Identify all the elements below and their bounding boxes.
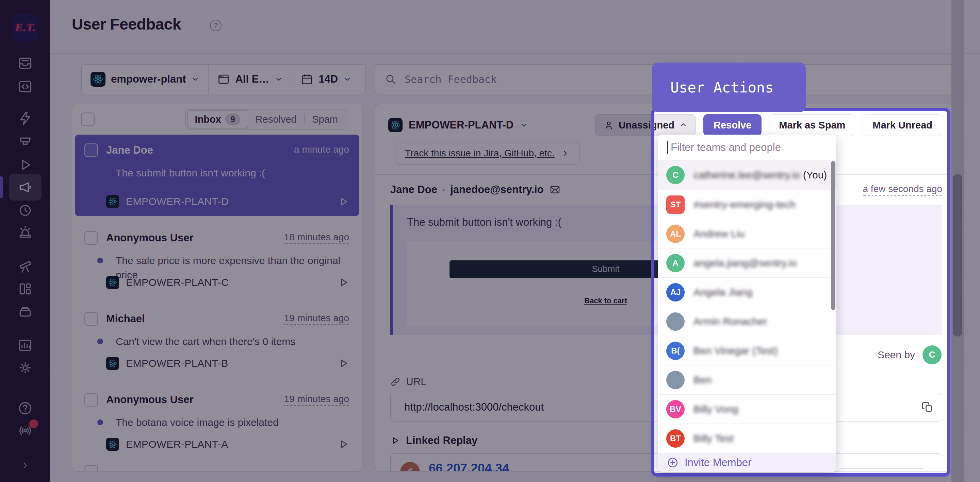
project-filter[interactable]: empower-plant [82, 65, 208, 94]
assignee-option-label: Armin Ronacher [694, 316, 767, 327]
assignee-option[interactable]: BBen [658, 365, 837, 394]
header-divider [50, 53, 980, 54]
avatar: AR [666, 312, 685, 331]
list-item[interactable]: Anonymous User 18 minutes ago The sale p… [75, 222, 360, 297]
sidebar-item-settings[interactable] [9, 355, 41, 381]
sidebar-item-quickstart[interactable] [9, 105, 41, 132]
unread-dot [97, 339, 103, 344]
sidebar: E.T. [0, 0, 50, 482]
avatar: B( [666, 342, 685, 360]
date-range-filter[interactable]: 14D [292, 65, 360, 94]
item-author: Jane Doe [106, 144, 153, 156]
item-checkbox[interactable] [84, 231, 98, 245]
assignee-option[interactable]: ALAndrew Liu [658, 219, 837, 248]
sidebar-item-explore[interactable] [9, 73, 41, 100]
assignee-option-label: #sentry-emerging-tech [694, 199, 795, 211]
unread-dot [97, 419, 103, 425]
assignee-button[interactable]: Unassigned [595, 114, 696, 136]
mark-unread-label: Mark Unread [872, 120, 932, 131]
replay-play-icon[interactable] [337, 358, 349, 369]
sidebar-collapse-button[interactable] [9, 452, 41, 479]
track-issue-button[interactable]: Track this issue in Jira, GitHub, etc. [395, 142, 579, 165]
see-full-replay-button[interactable]: See Full Replay [838, 468, 927, 472]
item-timestamp: 18 minutes ago [284, 232, 349, 244]
replay-play-icon[interactable] [337, 277, 349, 288]
archive-box-icon [18, 304, 33, 319]
detail-project-select[interactable]: EMPOWER-PLANT-D [388, 118, 528, 132]
text-caret [667, 141, 668, 154]
assignee-filter-input[interactable]: Filter teams and people [658, 135, 837, 160]
page-title: User Feedback [72, 15, 181, 33]
item-timestamp: 19 minutes ago [284, 394, 349, 406]
page-scrollbar-thumb[interactable] [953, 174, 962, 336]
mark-unread-button[interactable]: Mark Unread [862, 114, 942, 136]
help-icon [18, 401, 33, 416]
resolve-button[interactable]: Resolve [703, 114, 762, 136]
list-item[interactable]: Anonymous User 19 minutes ago The botana… [75, 384, 360, 459]
seen-by-avatar: C [923, 346, 942, 365]
assignee-option[interactable]: BTBilly Test [658, 423, 837, 453]
tab-inbox[interactable]: Inbox 9 [187, 111, 248, 128]
mark-as-spam-button[interactable]: Mark as Spam [769, 114, 855, 136]
assignee-option[interactable]: ST#sentry-emerging-tech [658, 190, 837, 219]
select-all-checkbox[interactable] [81, 113, 95, 126]
assignee-option[interactable]: ARArmin Ronacher [658, 307, 837, 336]
author-name: Jane Doe [390, 184, 437, 196]
tab-resolved[interactable]: Resolved [248, 111, 304, 128]
replay-play-icon[interactable] [337, 196, 349, 207]
org-logo[interactable]: E.T. [12, 14, 39, 41]
item-checkbox[interactable] [84, 393, 98, 406]
list-item[interactable]: Jane Doe a minute ago The submit button … [75, 135, 360, 216]
siren-icon [18, 225, 33, 239]
sidebar-item-feedback[interactable] [9, 174, 41, 201]
assignee-label: Unassigned [619, 120, 675, 131]
assignee-option[interactable]: B(Ben Vinegar (Test) [658, 336, 837, 365]
avatar: A [666, 254, 685, 272]
tab-spam[interactable]: Spam [305, 111, 345, 128]
sidebar-item-projects[interactable] [9, 298, 41, 325]
item-message: The botana voice image is pixelated [84, 415, 349, 430]
replay-play-icon[interactable] [337, 439, 349, 450]
code-icon [18, 79, 33, 94]
assignee-option-label: Billy Test [694, 433, 733, 444]
clock-icon [18, 203, 33, 218]
react-project-icon [106, 276, 119, 289]
environment-filter[interactable]: All E… [208, 65, 292, 94]
item-author: Anonymous User [106, 394, 194, 406]
layout-grid-icon [18, 281, 33, 296]
feedback-timestamp[interactable]: a few seconds ago [863, 184, 943, 196]
page-scrollbar-track[interactable] [951, 0, 964, 482]
item-project-row: EMPOWER-PLANT-B [84, 357, 349, 370]
item-checkbox[interactable] [84, 465, 98, 471]
item-project-slug: EMPOWER-PLANT-B [126, 358, 228, 369]
assignee-option[interactable]: BVBilly Vong [658, 394, 837, 423]
invite-member-button[interactable]: Invite Member [658, 453, 837, 472]
copy-icon [921, 401, 934, 413]
detail-project-slug: EMPOWER-PLANT-D [409, 119, 514, 131]
item-project-slug: EMPOWER-PLANT-A [126, 439, 228, 450]
plus-circle-icon [667, 457, 679, 468]
item-message: Can't view the cart when there's 0 items [84, 335, 349, 349]
avatar: B [666, 371, 685, 389]
assignee-options-list: C catherine.lee@sentry.io (You) ST#sentr… [658, 160, 837, 453]
help-tooltip-icon[interactable]: ? [210, 20, 221, 31]
envelope-icon[interactable] [550, 184, 560, 195]
gear-icon [18, 360, 33, 375]
list-item[interactable]: Michael 19 minutes ago Can't view the ca… [75, 303, 360, 378]
mailbox-tabs: Inbox 9 Resolved Spam [185, 109, 347, 130]
assignee-option-label: Angela Jiang [694, 287, 752, 298]
project-filter-value: empower-plant [111, 73, 186, 85]
item-project-row: EMPOWER-PLANT-A [84, 438, 349, 451]
search-icon [385, 73, 396, 85]
assignee-option[interactable]: C catherine.lee@sentry.io (You) [658, 160, 837, 190]
item-checkbox[interactable] [84, 312, 98, 326]
sidebar-item-issues[interactable] [9, 50, 41, 76]
copy-url-button[interactable] [921, 401, 934, 413]
assignee-option[interactable]: Aangela.jiang@sentry.io [658, 248, 837, 277]
item-timestamp: 19 minutes ago [284, 313, 349, 325]
sidebar-item-alerts[interactable] [9, 219, 41, 246]
assignee-option[interactable]: AJAngela Jiang [658, 277, 837, 307]
list-header: Inbox 9 Resolved Spam [72, 104, 362, 135]
item-checkbox[interactable] [84, 143, 98, 157]
dropdown-scrollbar-thumb[interactable] [831, 161, 835, 310]
